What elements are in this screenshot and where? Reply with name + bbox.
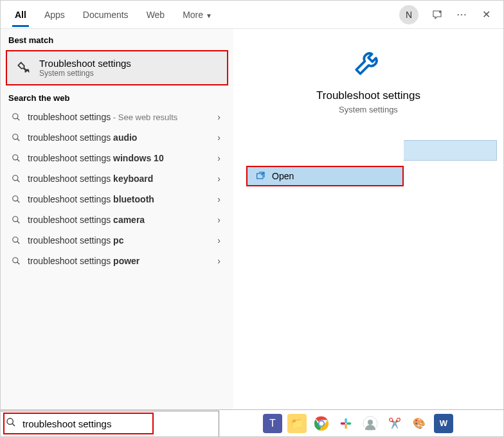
web-result-text: troubleshoot settings pc [24,235,212,245]
search-icon [8,174,24,183]
open-button[interactable]: Open [246,166,404,186]
svg-line-16 [17,262,20,265]
search-icon [6,417,19,430]
more-options-icon[interactable]: ⋯ [452,5,471,24]
tab-more[interactable]: More▼ [174,3,221,26]
web-result-item[interactable]: troubleshoot settings bluetooth › [1,189,233,210]
chevron-right-icon[interactable]: › [212,132,226,143]
svg-rect-24 [345,418,346,423]
preview-subtitle: System settings [339,105,398,114]
svg-line-2 [17,118,20,121]
preview-pane: Troubleshoot settings System settings Op… [233,29,503,409]
web-result-item[interactable]: troubleshoot settings keyboard › [1,168,233,189]
chevron-right-icon[interactable]: › [212,112,226,122]
word-icon[interactable]: W [434,414,453,433]
wrench-icon [15,60,33,76]
taskbar: T 📁 ✂️ 🎨 W [219,414,503,433]
svg-point-1 [13,114,18,119]
svg-point-23 [320,421,324,425]
web-result-text: troubleshoot settings - See web results [24,112,212,122]
search-box[interactable] [1,411,219,436]
chevron-right-icon[interactable]: › [212,194,226,204]
chevron-right-icon[interactable]: › [212,256,226,266]
search-web-header: Search the web [1,87,233,107]
svg-line-4 [17,139,20,141]
search-icon [8,256,24,265]
web-result-item[interactable]: troubleshoot settings camera › [1,210,233,230]
svg-rect-26 [345,424,346,429]
tab-all[interactable]: All [6,3,35,26]
edge-icon[interactable] [239,414,258,433]
search-icon [8,215,24,224]
svg-point-11 [13,217,18,222]
chevron-right-icon[interactable]: › [212,153,226,163]
tab-apps[interactable]: Apps [35,3,74,26]
svg-point-3 [13,134,18,139]
svg-point-13 [13,237,18,242]
svg-rect-27 [341,422,346,424]
svg-line-8 [17,180,20,183]
results-pane: Best match Troubleshoot settings System … [1,29,233,409]
svg-point-7 [13,175,18,181]
web-result-item[interactable]: troubleshoot settings audio › [1,127,233,148]
web-result-text: troubleshoot settings keyboard [24,174,212,184]
svg-point-5 [13,155,18,160]
snip-icon[interactable]: ✂️ [385,414,404,433]
close-icon[interactable]: ✕ [476,5,496,24]
chrome-icon[interactable] [312,414,331,433]
open-label: Open [272,171,294,181]
search-icon [8,112,24,121]
preview-title: Troubleshoot settings [316,89,420,102]
teams-icon[interactable]: T [263,414,282,433]
svg-point-29 [368,420,373,425]
svg-line-19 [12,424,15,426]
chrome-profile-icon[interactable] [361,414,380,433]
search-icon [8,133,24,142]
chevron-right-icon[interactable]: › [212,235,226,245]
web-result-item[interactable]: troubleshoot settings - See web results … [1,107,233,127]
search-input[interactable] [19,418,160,429]
svg-line-10 [17,201,20,203]
svg-point-9 [13,196,18,201]
svg-rect-25 [346,422,352,424]
svg-line-6 [17,159,20,162]
best-match-subtitle: System settings [39,69,131,78]
search-icon [8,195,24,204]
bottom-bar: T 📁 ✂️ 🎨 W [1,409,503,436]
web-result-text: troubleshoot settings camera [24,215,212,225]
file-explorer-icon[interactable]: 📁 [287,414,307,433]
svg-point-15 [13,258,18,263]
chevron-down-icon: ▼ [206,12,212,19]
web-result-item[interactable]: troubleshoot settings pc › [1,230,233,251]
svg-point-0 [439,11,441,13]
feedback-icon[interactable] [428,5,447,24]
open-icon [255,171,266,181]
web-result-item[interactable]: troubleshoot settings windows 10 › [1,148,233,168]
svg-point-18 [7,418,13,424]
chevron-right-icon[interactable]: › [212,174,226,184]
tab-web[interactable]: Web [138,3,174,26]
best-match-item[interactable]: Troubleshoot settings System settings [6,50,228,85]
slack-icon[interactable] [336,414,356,433]
web-result-text: troubleshoot settings bluetooth [24,194,212,204]
web-result-text: troubleshoot settings power [24,256,212,266]
user-avatar[interactable]: N [399,5,419,24]
svg-line-14 [17,242,20,244]
search-icon [8,236,24,245]
search-icon [8,154,24,163]
chevron-right-icon[interactable]: › [212,215,226,225]
tab-documents[interactable]: Documents [74,3,138,26]
web-result-text: troubleshoot settings windows 10 [24,153,212,163]
filter-tabs: All Apps Documents Web More▼ N ⋯ ✕ [1,1,503,29]
web-result-item[interactable]: troubleshoot settings power › [1,251,233,271]
best-match-header: Best match [1,29,233,49]
svg-line-12 [17,221,20,224]
open-extra-region[interactable] [404,140,497,161]
wrench-icon [352,46,384,80]
best-match-title: Troubleshoot settings [39,58,131,69]
web-result-text: troubleshoot settings audio [24,132,212,143]
paint-icon[interactable]: 🎨 [410,414,429,433]
